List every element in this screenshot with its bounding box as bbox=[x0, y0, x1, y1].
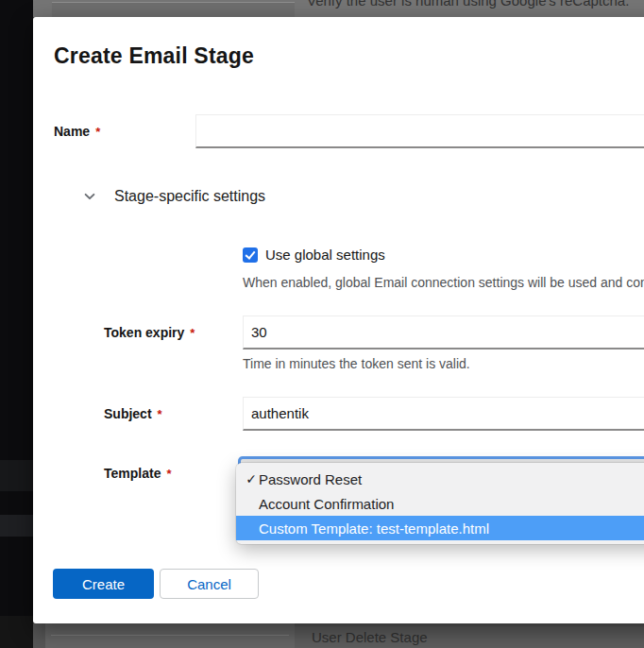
stage-settings-section-title: Stage-specific settings bbox=[114, 188, 265, 205]
template-option-custom-template[interactable]: Custom Template: test-template.html bbox=[236, 516, 644, 540]
use-global-settings-row: Use global settings bbox=[243, 247, 644, 263]
cancel-button[interactable]: Cancel bbox=[160, 569, 259, 599]
subject-label: Subject bbox=[104, 406, 152, 421]
subject-label-wrap: Subject* bbox=[104, 405, 243, 422]
template-option-label: Custom Template: test-template.html bbox=[259, 520, 489, 537]
template-option-password-reset[interactable]: ✓ Password Reset bbox=[236, 467, 644, 491]
create-button[interactable]: Create bbox=[53, 569, 154, 599]
subject-input[interactable] bbox=[243, 397, 644, 431]
background-card bbox=[45, 623, 295, 648]
template-option-account-confirmation[interactable]: Account Confirmation bbox=[236, 491, 644, 516]
required-asterisk: * bbox=[166, 467, 171, 481]
use-global-settings-checkbox[interactable] bbox=[243, 247, 258, 263]
required-asterisk: * bbox=[95, 125, 100, 139]
template-label-wrap: Template* bbox=[104, 465, 243, 482]
email-stage-form: Name* Stage-specific settings bbox=[54, 114, 644, 490]
modal-title: Create Email Stage bbox=[54, 43, 644, 69]
name-label: Name bbox=[54, 124, 90, 139]
dimmed-background-top: Verify the user is human using Google's … bbox=[33, 0, 644, 17]
use-global-settings-help: When enabled, global Email connection se… bbox=[243, 275, 644, 290]
create-email-stage-modal: Create Email Stage Name* Stage-specific … bbox=[33, 17, 644, 623]
required-asterisk: * bbox=[158, 407, 162, 421]
template-dropdown-menu: ✓ Password Reset Account Confirmation Cu… bbox=[236, 463, 644, 544]
template-option-label: Account Confirmation bbox=[259, 496, 394, 512]
background-user-delete-stage-text: User Delete Stage bbox=[312, 629, 428, 645]
token-expiry-row: Token expiry* bbox=[104, 315, 644, 350]
template-label: Template bbox=[104, 466, 161, 481]
modal-footer: Create Cancel bbox=[53, 569, 259, 599]
screen: Verify the user is human using Google's … bbox=[0, 0, 644, 648]
token-expiry-label: Token expiry bbox=[104, 325, 184, 340]
app-sidebar bbox=[0, 0, 33, 648]
stage-settings-section-body: Use global settings When enabled, global… bbox=[54, 205, 644, 490]
token-expiry-label-wrap: Token expiry* bbox=[104, 324, 243, 341]
token-expiry-help: Time in minutes the token sent is valid. bbox=[243, 356, 644, 371]
subject-row: Subject* bbox=[104, 397, 644, 431]
template-option-label: Password Reset bbox=[259, 471, 362, 487]
sidebar-item bbox=[0, 515, 33, 537]
chevron-down-icon bbox=[83, 190, 96, 203]
sidebar-item bbox=[0, 616, 33, 648]
background-card bbox=[52, 2, 295, 17]
name-input[interactable] bbox=[195, 114, 644, 148]
sidebar-item bbox=[0, 460, 33, 491]
required-asterisk: * bbox=[190, 326, 195, 340]
name-label-wrap: Name* bbox=[54, 123, 195, 140]
token-expiry-input[interactable] bbox=[243, 315, 644, 350]
dimmed-background-bottom: User Delete Stage bbox=[33, 623, 644, 648]
use-global-settings-label: Use global settings bbox=[265, 247, 385, 263]
stage-settings-section-toggle[interactable]: Stage-specific settings bbox=[83, 188, 644, 205]
background-recaptcha-text: Verify the user is human using Google's … bbox=[307, 0, 629, 9]
check-icon: ✓ bbox=[244, 471, 259, 486]
name-row: Name* bbox=[54, 114, 644, 148]
